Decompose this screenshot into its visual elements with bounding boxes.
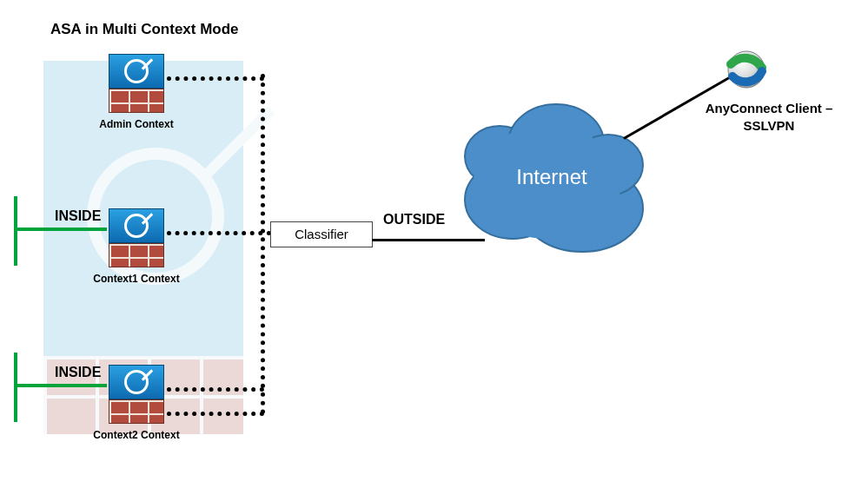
inside-rail-2-horizontal (14, 384, 107, 387)
classifier-box: Classifier (270, 221, 373, 247)
context2-icon (109, 365, 164, 424)
inside-rail-2-vertical (14, 353, 17, 422)
anyconnect-client-icon (726, 49, 767, 90)
context1-connector (167, 231, 271, 235)
context2-connector-b (167, 412, 264, 416)
admin-context-connector (167, 76, 264, 81)
internet-cloud-label: Internet (452, 165, 652, 189)
context2-label: Context2 Context (67, 429, 206, 441)
internet-cloud: Internet (452, 96, 652, 260)
diagram-title: ASA in Multi Context Mode (50, 21, 239, 38)
anyconnect-client-label-line2: SSLVPN (744, 118, 795, 133)
inside-rail-1-horizontal (14, 228, 107, 231)
context1-label: Context1 Context (67, 273, 206, 285)
admin-context-label: Admin Context (67, 118, 206, 130)
anyconnect-client-label: AnyConnect Client – SSLVPN (686, 100, 851, 134)
context1-icon (109, 208, 164, 267)
inside-label-2: INSIDE (55, 365, 101, 380)
outside-label: OUTSIDE (383, 212, 445, 228)
context-bus-vertical (261, 74, 265, 414)
context2-connector (167, 387, 264, 392)
inside-label-1: INSIDE (55, 208, 101, 224)
inside-rail-1-vertical (14, 196, 17, 266)
admin-context-icon (109, 54, 164, 113)
anyconnect-client-label-line1: AnyConnect Client – (706, 101, 833, 115)
